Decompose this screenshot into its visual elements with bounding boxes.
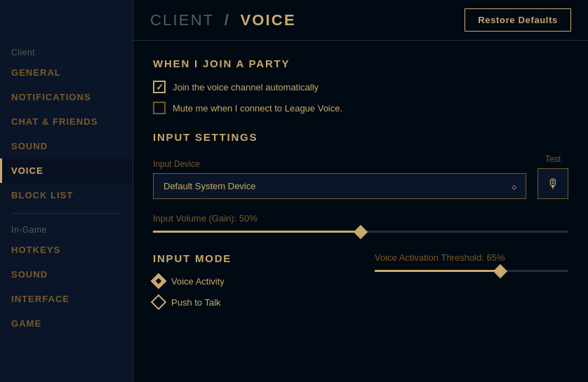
mute-label: Mute me when I connect to League Voice. [173, 103, 342, 114]
threshold-slider-track[interactable] [375, 270, 568, 272]
threshold-diamond-icon [493, 264, 507, 278]
settings-content: WHEN I JOIN A PARTY Join the voice chann… [133, 41, 588, 382]
sidebar-item-block-list[interactable]: BLOCK LIST [0, 183, 133, 207]
client-section-label: Client [0, 42, 133, 60]
volume-slider-track[interactable] [153, 231, 568, 233]
diamond-icon [354, 225, 368, 239]
threshold-slider-thumb[interactable] [493, 264, 508, 279]
sidebar-item-notifications[interactable]: NOTIFICATIONS [0, 85, 133, 109]
auto-voice-label: Join the voice channel automatically [173, 82, 319, 93]
mute-checkbox[interactable] [153, 102, 166, 114]
voice-activity-radio[interactable] [151, 273, 167, 289]
voice-activity-row[interactable]: Voice Activity [153, 275, 347, 287]
breadcrumb-client: CLIENT [150, 11, 214, 29]
volume-slider-fill [153, 231, 361, 233]
in-game-section-label: In-Game [0, 219, 133, 238]
page-title: CLIENT / VOICE [150, 11, 296, 29]
sidebar-item-hotkeys[interactable]: HOTKEYS [0, 238, 133, 262]
threshold-slider-fill [375, 270, 500, 272]
restore-defaults-button[interactable]: Restore Defaults [465, 8, 571, 32]
push-to-talk-label: Push to Talk [171, 297, 221, 308]
breadcrumb-slash: / [225, 11, 230, 29]
push-to-talk-row[interactable]: Push to Talk [153, 296, 347, 308]
test-label: Test [545, 154, 561, 164]
microphone-icon: 🎙 [547, 177, 559, 191]
input-settings-section: INPUT SETTINGS Input Device Default Syst… [153, 131, 568, 233]
input-device-select-wrapper: Default System Device [153, 173, 526, 199]
radio-inner [156, 278, 161, 284]
input-device-row: Input Device Default System Device Test … [153, 154, 568, 199]
input-mode-right: Voice Activation Threshold: 65% [375, 252, 568, 318]
volume-slider-thumb[interactable] [353, 224, 368, 240]
voice-activity-label: Voice Activity [171, 276, 225, 287]
sidebar-item-interface[interactable]: INTERFACE [0, 287, 133, 311]
input-device-wrapper: Input Device Default System Device [153, 159, 526, 199]
breadcrumb-page: VOICE [240, 11, 295, 29]
input-device-select[interactable]: Default System Device [153, 173, 526, 199]
sidebar-item-game[interactable]: GAME [0, 311, 133, 336]
volume-section: Input Volume (Gain): 50% [153, 213, 568, 233]
sidebar-item-sound-ig[interactable]: SOUND [0, 262, 133, 287]
test-wrapper: Test 🎙 [537, 154, 568, 199]
sidebar: Client GENERAL NOTIFICATIONS CHAT & FRIE… [0, 0, 133, 382]
auto-voice-checkbox[interactable] [153, 81, 166, 93]
sidebar-item-sound[interactable]: SOUND [0, 134, 133, 158]
main-content: CLIENT / VOICE Restore Defaults WHEN I J… [133, 0, 588, 382]
volume-label: Input Volume (Gain): 50% [153, 213, 568, 224]
sidebar-item-general[interactable]: GENERAL [0, 60, 133, 85]
push-to-talk-radio[interactable] [151, 294, 167, 311]
threshold-label: Voice Activation Threshold: 65% [375, 252, 568, 263]
page-header: CLIENT / VOICE Restore Defaults [133, 0, 588, 41]
sidebar-divider [11, 213, 121, 214]
auto-voice-row[interactable]: Join the voice channel automatically [153, 81, 568, 93]
input-mode-left: INPUT MODE Voice Activity Push to Talk [153, 252, 347, 318]
input-mode-section: INPUT MODE Voice Activity Push to Talk V… [153, 252, 568, 318]
sidebar-item-chat-friends[interactable]: CHAT & FRIENDS [0, 109, 133, 134]
test-button[interactable]: 🎙 [537, 168, 568, 199]
mute-row[interactable]: Mute me when I connect to League Voice. [153, 102, 568, 114]
when-join-party-section: WHEN I JOIN A PARTY Join the voice chann… [153, 57, 568, 114]
input-device-label: Input Device [153, 159, 526, 169]
sidebar-item-voice[interactable]: VOICE [0, 158, 133, 183]
when-join-party-title: WHEN I JOIN A PARTY [153, 57, 568, 69]
input-mode-title: INPUT MODE [153, 252, 347, 264]
input-settings-title: INPUT SETTINGS [153, 131, 568, 143]
